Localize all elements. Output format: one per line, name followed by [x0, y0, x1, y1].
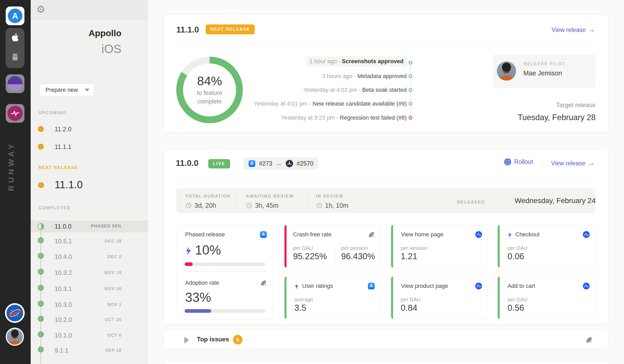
metric-title: Adoption rate: [185, 280, 219, 286]
amplitude-icon[interactable]: [583, 231, 590, 238]
completed-release-row[interactable]: 10.1.0 OCT 6: [31, 332, 148, 339]
release-stats-banner: TOTAL DURATION 3d, 20h AWAITING REVIEW 3…: [177, 188, 596, 213]
timeline-event: Yesterday at 4:02 pm-Beta soak started: [303, 87, 407, 93]
android-icon: [10, 52, 20, 62]
release-date: SEP 18: [105, 348, 122, 353]
timeline-event: Yesterday at 3:23 pm-Regression test fai…: [281, 114, 407, 121]
event-success-dot-icon: [409, 88, 412, 92]
build-pill[interactable]: A #273 ↔ #2570: [244, 157, 318, 170]
view-release-link[interactable]: View release→: [551, 159, 595, 167]
metric-value: 0.06: [508, 251, 524, 261]
completed-release-row[interactable]: 10.3.2 NOV 18: [31, 269, 148, 276]
release-date: DEC 2: [107, 255, 122, 259]
amplitude-icon[interactable]: [475, 231, 482, 238]
sidebar-topbar: ⚙: [31, 0, 148, 20]
event-label: Regression test failed (#8): [340, 114, 407, 121]
live-release-card: 11.0.0 LIVE A #273 ↔ #2570 Rollout View …: [163, 150, 608, 324]
target-release-label: Target release: [556, 101, 596, 109]
metric-value: 0.56: [508, 303, 524, 313]
green-accent-bar: [391, 277, 393, 319]
metric-sublabel: average: [294, 297, 313, 303]
timeline-event: 1 hour ago-Screenshots approved: [306, 56, 407, 67]
next-release-version[interactable]: 11.1.0: [55, 179, 83, 191]
amplitude-icon[interactable]: [583, 283, 590, 289]
bolt-icon: [508, 232, 512, 238]
release-version: 10.3.1: [55, 285, 72, 292]
ios-platform-button[interactable]: [6, 28, 24, 47]
stat-label: AWAITING REVIEW: [246, 194, 294, 199]
view-home-page-metric-card: View home page per session 1.21: [391, 225, 488, 268]
completed-release-row[interactable]: 10.5.1 DEC 18: [31, 238, 148, 245]
event-failed-dot-icon: [409, 116, 412, 120]
metric-title: Phased release: [185, 231, 225, 238]
completed-release-row[interactable]: 10.4.0 DEC 2: [31, 253, 148, 261]
nasa-logo-icon: [6, 305, 23, 321]
metric-value: 0.84: [401, 303, 417, 313]
user-ratings-metric-card: User ratings A average 3.5: [284, 277, 381, 319]
settings-gear-icon[interactable]: ⚙: [36, 4, 45, 15]
upcoming-version[interactable]: 11.2.0: [55, 126, 72, 133]
stat-label: TOTAL DURATION: [185, 194, 231, 199]
stat-number: 3h, 45m: [255, 202, 278, 209]
release-version: 10.4.0: [55, 253, 72, 261]
completed-release-row[interactable]: 10.3.1 NOV 16: [31, 285, 148, 292]
release-pilot-panel: RELEASE PILOT Mae Jemison: [493, 54, 596, 88]
event-label: Beta soak started: [362, 87, 407, 93]
released-label: RELEASED: [457, 200, 485, 205]
event-success-dot-icon: [409, 74, 412, 78]
purple-app-icon[interactable]: [6, 74, 24, 93]
green-accent-bar: [391, 225, 393, 268]
expand-triangle-icon[interactable]: [184, 337, 189, 343]
top-issues-label: Top issues: [197, 336, 229, 343]
completed-release-row[interactable]: 9.1.1 SEP 18: [31, 347, 148, 354]
metric-sublabel: per DAU: [401, 297, 421, 303]
prepare-new-button[interactable]: Prepare new: [40, 84, 94, 96]
metric-title: User ratings: [302, 283, 333, 289]
adoption-progress-bar: [185, 309, 265, 313]
user-avatar[interactable]: [6, 328, 24, 346]
appstore-icon[interactable]: A: [368, 283, 375, 289]
pilot-avatar: [497, 61, 516, 81]
phased-progress-bar: [185, 262, 265, 266]
selected-release-row[interactable]: 11.0.0 PHASED 50%: [31, 220, 148, 232]
release-date: NOV 16: [105, 287, 122, 291]
metric-value: 3.5: [294, 303, 306, 313]
appstore-icon[interactable]: A: [260, 231, 267, 238]
phased-progress-fill: [185, 262, 193, 266]
pilot-role-label: RELEASE PILOT: [524, 62, 565, 66]
rollout-link[interactable]: Rollout: [504, 158, 533, 165]
crashlytics-icon[interactable]: [260, 280, 267, 286]
view-release-link[interactable]: View release→: [552, 26, 595, 34]
divider: [307, 192, 307, 209]
next-release-section-label: NEXT RELEASE: [38, 165, 78, 170]
completed-release-row[interactable]: 10.3.0 NOV 1: [31, 301, 148, 308]
upcoming-version[interactable]: 11.1.1: [55, 143, 72, 151]
stat-value: 3d, 20h: [185, 202, 216, 209]
released-dot-icon: [38, 332, 44, 337]
nasa-avatar[interactable]: [5, 303, 25, 323]
metric-title: Crash-free rate: [293, 231, 332, 238]
crashlytics-icon[interactable]: [368, 231, 375, 238]
completed-release-row[interactable]: 10.2.0 OCT 20: [31, 316, 148, 323]
app-rail: A RUNWAY: [0, 0, 31, 364]
add-to-cart-metric-card: Add to cart per DAU 0.56: [498, 277, 596, 319]
phased-percent: 10%: [195, 243, 221, 258]
released-dot-icon: [38, 285, 44, 291]
divider: [234, 158, 235, 169]
next-release-card-version: 11.1.0: [176, 25, 199, 35]
upcoming-dot-icon: [38, 126, 44, 132]
view-product-page-metric-card: View product page per DAU 0.84: [391, 277, 488, 319]
dashed-divider: [185, 271, 265, 272]
app-name: Appollo: [88, 28, 121, 38]
crashlytics-icon[interactable]: [585, 336, 593, 343]
metric-value: 95.225%: [293, 251, 327, 261]
metric-title: View home page: [401, 231, 444, 238]
clock-icon: [246, 202, 252, 209]
pulse-app-icon[interactable]: [6, 104, 24, 123]
release-timeline-line: [41, 230, 41, 364]
top-issues-card[interactable]: Top issues 6: [163, 330, 608, 350]
appollo-app-icon[interactable]: A: [6, 6, 24, 25]
android-platform-button[interactable]: [6, 48, 24, 67]
amplitude-icon[interactable]: [475, 283, 482, 289]
event-time: Yesterday at 4:02 pm: [303, 87, 357, 93]
